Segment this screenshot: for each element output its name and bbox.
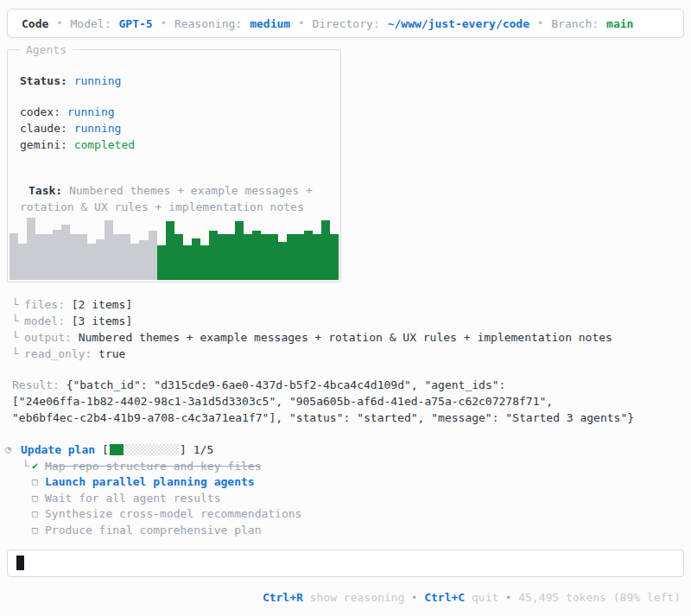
agent-state: running [67,105,115,118]
status-value: running [74,74,122,87]
activity-bar [166,221,174,280]
model-label: Model: [71,16,111,32]
app-title: Code [22,16,48,32]
activity-bar [330,234,339,280]
ctrl-r-hint: Ctrl+R [263,591,303,604]
agents-panel: Agents Status: running codex: running cl… [7,49,341,283]
separator-dot: • [161,16,167,32]
activity-bar [105,220,113,280]
result-line: "eb6bf4ec-c2b4-41b9-a708-c4c3a71ea1f7"],… [12,410,684,426]
composer-input[interactable] [7,549,684,577]
ctrl-r-action: show reasoning [310,591,405,604]
result-json: {"batch_id": "d315cde9-6ae0-437d-b5f2-4b… [67,378,506,391]
tree-branch-icon: └ [22,458,32,474]
task-label: Task: [29,184,62,197]
progress-remaining [124,444,179,455]
plan-title-row: ◔ Update plan [ ] 1/5 [5,441,691,458]
activity-bar [269,234,278,280]
agent-state: completed [74,138,135,151]
param-row-output: └output: Numbered themes + example messa… [12,329,691,346]
checkbox-icon: □ [32,505,45,522]
checkbox-icon: □ [32,522,45,538]
checkbox-icon: □ [32,490,45,506]
tree-branch-icon: └ [12,313,24,329]
activity-bar [35,234,44,280]
activity-bar [130,244,139,280]
clock-icon: ◔ [5,441,21,458]
status-label: Status: [20,74,67,87]
activity-bar [304,231,313,280]
activity-bar [139,240,148,280]
tree-branch-icon: └ [12,346,24,362]
activity-bar [287,234,295,280]
activity-bar [183,245,192,280]
activity-bar [235,221,244,280]
agent-row-claude: claude: running [20,120,328,137]
plan-item-text: Wait for all agent results [45,490,221,506]
param-key: files: [24,298,65,311]
activity-bar [313,234,321,280]
agents-status-line: Status: running [10,73,339,89]
agent-row-gemini: gemini: completed [20,137,328,153]
plan-items: └ ✔ Map repo structure and key files □ L… [22,458,691,538]
tool-result: Result: {"batch_id": "d315cde9-6ae0-437d… [12,377,684,426]
param-key: model: [24,314,65,327]
agent-state: running [74,122,122,135]
tree-branch-icon: └ [12,296,24,313]
param-value: true [98,347,125,360]
tree-branch-icon: └ [12,329,24,346]
plan-title: Update plan [21,441,95,458]
reasoning-label: Reasoning: [174,16,242,32]
ctrl-c-action: quit [472,591,498,604]
activity-bar [226,234,235,280]
activity-bar [96,239,105,280]
plan-item-text: Map repo structure and key files [45,458,261,474]
model-value: GPT-5 [119,16,153,32]
activity-bar [261,234,269,280]
plan-progress-bar [110,444,179,455]
param-key: read_only: [24,347,92,360]
separator-dot: • [56,16,62,32]
activity-sparkline [10,217,339,280]
reasoning-value: medium [250,16,290,32]
param-value: Numbered themes + example messages + rot… [79,331,612,344]
activity-bar [113,234,122,280]
agents-task-line: Task: Numbered themes + example messages… [10,182,339,215]
activity-bar [174,234,183,280]
param-value: [2 items] [72,298,132,311]
directory-value: ~/www/just-every/code [388,16,529,32]
separator-dot: • [298,16,304,32]
status-bar: Code • Model: GPT-5 • Reasoning: medium … [7,9,684,38]
agents-list: codex: running claude: running gemini: c… [10,104,339,153]
activity-bar [321,220,330,280]
branch-label: Branch: [551,16,599,32]
param-key: output: [24,331,72,344]
token-usage: 45,495 tokens (89% left) [518,591,681,604]
param-value: [3 items] [72,314,132,327]
agent-name: codex: [20,105,60,118]
activity-bar [149,231,157,280]
check-icon: ✔ [32,458,45,474]
ctrl-c-hint: Ctrl+C [424,591,465,604]
agents-panel-title: Agents [20,41,73,58]
activity-bar [157,245,166,280]
plan-item: └ ✔ Map repo structure and key files [22,458,691,474]
plan-item: □ Synthesize cross-model recommendations [22,506,691,523]
agent-name: claude: [20,122,67,135]
plan-item-text: Synthesize cross-model recommendations [45,505,301,522]
plan-item: □ Wait for all agent results [22,490,691,506]
activity-bar [209,231,218,280]
footer-hints: Ctrl+R show reasoning • Ctrl+C quit • 45… [0,589,681,606]
activity-bar [87,244,96,280]
activity-bar [27,218,35,280]
plan-item-text: Produce final comprehensive plan [45,522,261,538]
activity-bar [53,230,61,280]
task-text: Numbered themes + example messages + rot… [20,184,313,213]
activity-bar [252,231,261,280]
activity-bar [122,234,130,280]
agent-name: gemini: [20,138,67,151]
separator-dot: • [411,592,417,604]
param-row-files: └files: [2 items] [12,296,691,313]
activity-bar [192,238,200,280]
text-cursor [16,556,24,570]
